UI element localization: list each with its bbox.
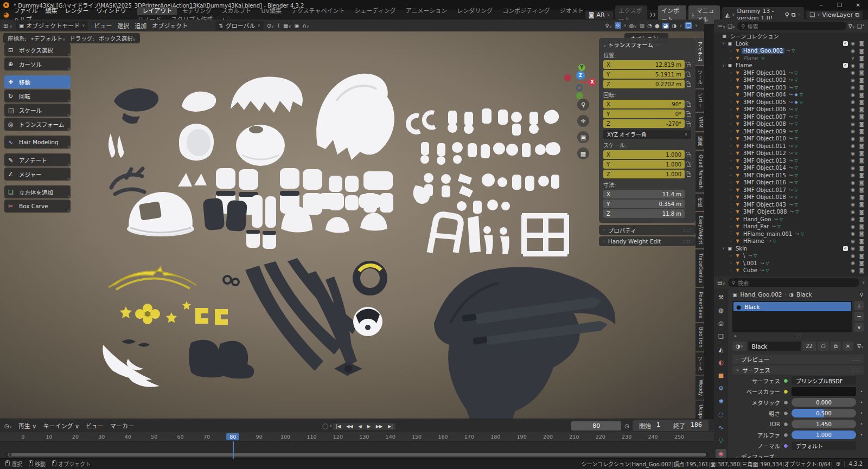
expand-arrow-icon[interactable]: › <box>729 173 733 177</box>
auto-key-record-icon[interactable]: ◯ <box>322 423 328 429</box>
render-camera-icon[interactable]: ◙ <box>858 121 865 127</box>
playback-button[interactable]: ▶ <box>365 423 373 430</box>
workspace-tab[interactable]: レイアウト <box>137 7 177 15</box>
expand-arrow-icon[interactable]: › <box>729 254 733 258</box>
timeline-menu-item[interactable]: キーイング ∨ <box>40 423 82 430</box>
outliner-row[interactable]: › ▼ HFrame ↪ ◆ ▽ ✓ ◉∨ ◙ <box>714 237 868 245</box>
sidebar-tab[interactable]: Booltron <box>695 323 704 351</box>
render-camera-icon[interactable]: ◙ <box>858 268 865 273</box>
dimension-field[interactable]: Y0.354 m <box>603 200 685 208</box>
expand-arrow-icon[interactable]: › <box>729 188 733 192</box>
addon-display-icon[interactable]: 🖵 <box>685 22 692 29</box>
properties-tab[interactable]: ⚒ <box>716 293 726 302</box>
shading-solid-icon[interactable]: ● <box>655 23 660 29</box>
slot-specials-button[interactable]: ∨ <box>854 323 864 332</box>
ar-scene-select[interactable]: ◙AR∨ <box>585 11 613 19</box>
hide-eye-icon[interactable]: ◉∨ <box>849 239 857 244</box>
render-camera-icon[interactable]: ◙ <box>858 195 865 200</box>
outliner-filter-type-icon[interactable]: ❏∨ <box>727 23 735 29</box>
new-viewlayer-icon[interactable]: ⧉ <box>855 11 859 18</box>
object-name[interactable]: 3MF Object.002 <box>742 77 788 83</box>
viewport-menu-item[interactable]: 選択 <box>114 23 132 30</box>
viewport-menu-item[interactable]: 追加 <box>132 23 149 30</box>
hide-eye-icon[interactable]: ◉∨ <box>849 107 857 112</box>
outliner-row[interactable]: › ▼ Plane ↪ ◆ ▽ ✓ ◉∨ ◙ <box>714 55 868 62</box>
object-name[interactable]: 3MF Object.015 <box>742 172 788 178</box>
menu-item[interactable]: ウィンドウ <box>92 7 130 15</box>
render-camera-icon[interactable]: ◙ <box>858 158 865 163</box>
object-name[interactable]: 3MF Object.043 <box>742 202 788 208</box>
render-camera-icon[interactable]: ◙ <box>858 143 865 149</box>
outliner-row[interactable]: › ▼ 3MF Object.018 ↪ ◆ ▽ ✓ ◉∨ ◙ <box>714 194 868 201</box>
shading-rendered-icon[interactable]: ◑ <box>672 23 676 29</box>
mode-select[interactable]: ▣オブジェクトモード∨ <box>16 21 88 30</box>
object-name[interactable]: 3MF Object.001 <box>742 70 788 76</box>
expand-arrow-icon[interactable]: ∨ <box>721 41 726 46</box>
new-collection-icon[interactable]: ❏⁺ <box>857 23 865 29</box>
expand-arrow-icon[interactable]: › <box>729 122 733 126</box>
stopwatch-icon[interactable]: ◷ <box>624 423 629 429</box>
pin-icon[interactable]: ⚲ <box>785 11 789 18</box>
outliner-row[interactable]: › ▼ 3MF Object.014 ↪ ◆ ▽ ✓ ◉∨ ◙ <box>714 164 868 172</box>
lock-icon[interactable] <box>687 164 691 167</box>
property-field[interactable]: プリンシプルBSDF <box>792 376 856 385</box>
object-name[interactable]: 3MF Object.016 <box>742 179 788 185</box>
timeline-menu-item[interactable]: マーカー <box>107 423 137 430</box>
material-browse-button[interactable]: ◑∨ <box>732 342 746 351</box>
breadcrumb-material[interactable]: Black <box>796 291 812 298</box>
orientation-select[interactable]: ⇅グローバル∨ <box>215 21 263 30</box>
hide-eye-icon[interactable]: ◉∨ <box>849 253 857 259</box>
expand-arrow-icon[interactable]: › <box>729 195 733 200</box>
dimension-field[interactable]: X11.4 m <box>603 190 685 198</box>
render-camera-icon[interactable]: ◙ <box>858 216 865 222</box>
menu-item[interactable]: ファイル <box>10 7 41 15</box>
outliner-row[interactable]: ∨ ▣ Flame ↪ ◆ ▽ ✓ ◉∨ ◙ <box>714 62 868 69</box>
animate-dot-icon[interactable]: • <box>859 400 864 405</box>
hide-eye-icon[interactable]: ◉∨ <box>849 268 857 273</box>
property-field[interactable]: デフォルト <box>792 441 856 450</box>
hide-eye-icon[interactable]: ◉∨ <box>849 78 857 83</box>
playhead[interactable] <box>233 441 234 459</box>
outliner-row[interactable]: › ▼ 3MF Object.017 ↪ ◆ ▽ ✓ ◉∨ ◙ <box>714 187 868 194</box>
camera-view-icon[interactable]: ▣ <box>577 131 589 143</box>
properties-tab[interactable]: ⚙ <box>716 384 726 393</box>
outliner-row[interactable]: › ▼ 3MF Object.011 ↪ ◆ ▽ ✓ ◉∨ ◙ <box>714 143 868 150</box>
object-name[interactable]: 3MF Object.017 <box>742 187 788 193</box>
properties-tab[interactable]: ∿ <box>716 423 726 432</box>
material-slot-list[interactable]: ●Black <box>732 301 852 332</box>
properties-options-icon[interactable]: ∨ <box>862 280 865 285</box>
playback-button[interactable]: ▶▶ <box>373 423 385 430</box>
hide-eye-icon[interactable]: ◉∨ <box>849 121 857 127</box>
outliner-row[interactable]: ▦ シーンコレクション ↪ ◆ ▽ ✓ ◉∨ ◙ <box>714 33 868 40</box>
hide-eye-icon[interactable]: ◉∨ <box>849 180 857 185</box>
pivot-icon[interactable]: ⊙∨ <box>267 23 275 29</box>
outliner-row[interactable]: › ▼ Hand_Goo ↪ ◆ ▽ ✓ ◉∨ ◙ <box>714 216 868 223</box>
expand-arrow-icon[interactable]: ∨ <box>721 246 726 250</box>
expand-arrow-icon[interactable]: › <box>729 78 733 82</box>
hide-eye-icon[interactable]: ◉∨ <box>849 151 857 156</box>
tool-button[interactable]: ∠ メジャー <box>4 168 71 181</box>
hide-eye-icon[interactable]: ◉∨ <box>849 41 857 46</box>
object-name[interactable]: HFlame_main.001 <box>742 231 794 237</box>
workspace-tab[interactable]: UV編集 <box>256 7 286 15</box>
outliner-row[interactable]: › ▼ \.001 ↪ ◆ ▽ ✓ ◉∨ ◙ <box>714 260 868 267</box>
render-camera-icon[interactable]: ◙ <box>858 41 865 46</box>
blender-menu-icon[interactable]: ◕ <box>3 11 9 18</box>
expand-arrow-icon[interactable]: › <box>729 137 733 141</box>
properties-tab[interactable]: ▽ <box>716 436 726 445</box>
outliner-row[interactable]: › ▼ 3MF Object.015 ↪ ◆ ▽ ✓ ◉∨ ◙ <box>714 172 868 179</box>
location-field[interactable]: Y5.1911 m <box>603 70 685 79</box>
preview-panel[interactable]: ›プレビュー:::: <box>732 355 864 364</box>
ortho-toggle-icon[interactable]: ▦ <box>577 147 589 159</box>
hide-eye-icon[interactable]: ◉∨ <box>849 260 857 266</box>
expand-arrow-icon[interactable]: › <box>729 56 733 60</box>
object-name[interactable]: 3MF Object.012 <box>742 150 788 156</box>
render-camera-icon[interactable]: ◙ <box>858 92 865 98</box>
visibility-icon[interactable]: ⚲∨ <box>605 23 611 29</box>
expand-arrow-icon[interactable]: › <box>729 261 733 265</box>
object-name[interactable]: Look <box>734 41 750 47</box>
object-name[interactable]: Hand_Goo <box>742 216 773 222</box>
proportional-edit-icon[interactable]: ◉ <box>295 23 299 29</box>
outliner-row[interactable]: › ▼ \ ↪ ◆ ▽ ✓ ◉∨ ◙ <box>714 252 868 260</box>
hide-eye-icon[interactable]: ◉∨ <box>849 158 857 163</box>
